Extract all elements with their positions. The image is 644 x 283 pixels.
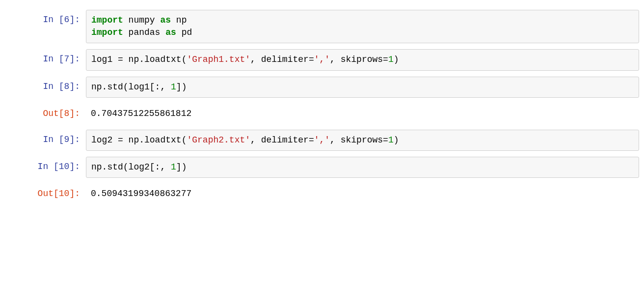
number-literal: 1: [388, 55, 394, 64]
code-text: log1 = np.loadtxt(: [91, 55, 187, 64]
code-text: pd: [176, 28, 192, 37]
number-literal: 1: [388, 135, 394, 145]
code-text: log2 = np.loadtxt(: [91, 135, 187, 145]
code-text: , delimiter=: [250, 135, 314, 145]
code-text: ]): [176, 82, 187, 92]
input-prompt: In [7]:: [5, 49, 86, 69]
code-input-area[interactable]: import numpy as np import pandas as pd: [86, 10, 639, 43]
string-literal: 'Graph1.txt': [187, 55, 250, 64]
input-prompt: In [8]:: [5, 77, 86, 97]
code-text: , skiprows=: [330, 135, 388, 145]
code-text: , skiprows=: [330, 55, 388, 64]
number-literal: 1: [171, 162, 176, 172]
code-text: ): [394, 55, 399, 64]
keyword-import: import: [91, 15, 123, 25]
code-text: ]): [176, 162, 187, 172]
output-prompt: Out[8]:: [5, 104, 86, 124]
code-cell: In [9]: log2 = np.loadtxt('Graph2.txt', …: [5, 130, 639, 151]
code-cell: In [10]: np.std(log2[:, 1]): [5, 157, 639, 178]
output-prompt: Out[10]:: [5, 184, 86, 204]
string-literal: ',': [314, 55, 330, 64]
string-literal: 'Graph2.txt': [187, 135, 250, 145]
code-input-area[interactable]: np.std(log2[:, 1]): [86, 157, 639, 178]
input-prompt: In [9]:: [5, 130, 86, 150]
code-input-area[interactable]: np.std(log1[:, 1]): [86, 77, 639, 98]
keyword-as: as: [160, 15, 171, 25]
code-text: np: [171, 15, 187, 25]
code-input-area[interactable]: log2 = np.loadtxt('Graph2.txt', delimite…: [86, 130, 639, 151]
input-prompt: In [10]:: [5, 157, 86, 177]
code-cell: In [8]: np.std(log1[:, 1]): [5, 77, 639, 98]
output-cell: Out[10]: 0.50943199340863277: [5, 184, 639, 204]
number-literal: 1: [171, 82, 176, 92]
code-text: numpy: [123, 15, 161, 25]
code-cell: In [6]: import numpy as np import pandas…: [5, 10, 639, 43]
input-prompt: In [6]:: [5, 10, 86, 30]
keyword-as: as: [165, 28, 176, 37]
keyword-import: import: [91, 28, 123, 37]
code-input-area[interactable]: log1 = np.loadtxt('Graph1.txt', delimite…: [86, 49, 639, 70]
code-text: np.std(log1[:,: [91, 82, 171, 92]
string-literal: ',': [314, 135, 330, 145]
code-text: pandas: [123, 28, 165, 37]
code-text: np.std(log2[:,: [91, 162, 171, 172]
code-cell: In [7]: log1 = np.loadtxt('Graph1.txt', …: [5, 49, 639, 70]
code-text: ): [394, 135, 399, 145]
output-text: 0.50943199340863277: [86, 184, 639, 204]
output-cell: Out[8]: 0.70437512255861812: [5, 104, 639, 124]
code-text: , delimiter=: [250, 55, 314, 64]
output-text: 0.70437512255861812: [86, 104, 639, 124]
